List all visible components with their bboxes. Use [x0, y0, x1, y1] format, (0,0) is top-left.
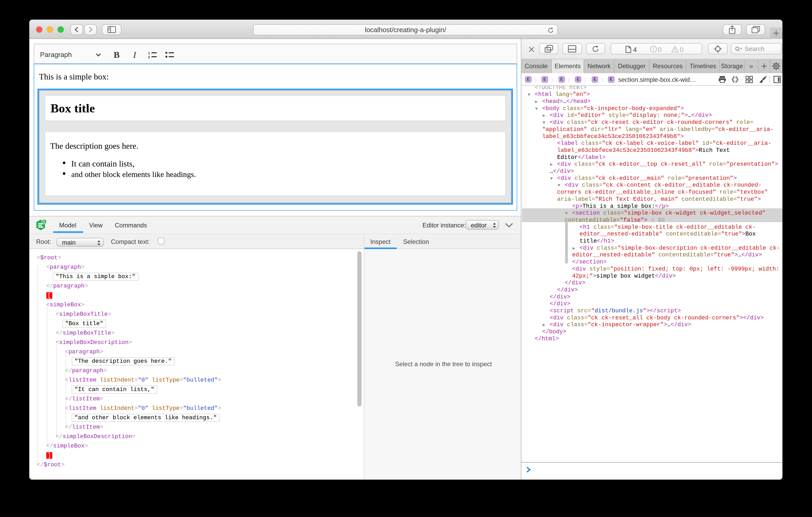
svg-text:1: 1 — [148, 51, 150, 55]
svg-text:5: 5 — [43, 219, 45, 223]
svg-text:2: 2 — [148, 55, 150, 59]
